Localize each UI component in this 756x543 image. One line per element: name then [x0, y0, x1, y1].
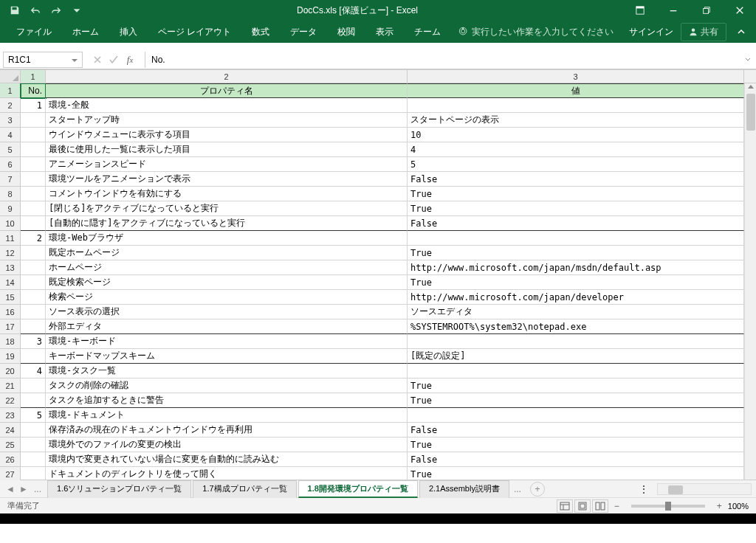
row-header[interactable]: 18: [0, 334, 21, 349]
row-header[interactable]: 1: [0, 83, 21, 98]
scroll-thumb[interactable]: [668, 485, 683, 494]
tab-view[interactable]: 表示: [365, 21, 404, 43]
cell[interactable]: ソース表示の選択: [46, 305, 408, 319]
cell[interactable]: http://www.microsoft.com/japan/developer: [408, 290, 744, 305]
tab-data[interactable]: データ: [280, 21, 327, 43]
row-header[interactable]: 5: [0, 142, 21, 157]
cell[interactable]: True: [408, 378, 744, 393]
cell[interactable]: プロパティ名: [46, 83, 408, 98]
row-header[interactable]: 16: [0, 305, 21, 319]
cell[interactable]: [408, 231, 744, 246]
row-header[interactable]: 19: [0, 349, 21, 364]
cell[interactable]: [21, 157, 46, 172]
undo-button[interactable]: [27, 1, 44, 19]
minimize-button[interactable]: [656, 0, 690, 21]
row-header[interactable]: 8: [0, 187, 21, 201]
row-header[interactable]: 3: [0, 113, 21, 128]
cell[interactable]: 最後に使用した一覧に表示した項目: [46, 142, 408, 157]
row-header[interactable]: 11: [0, 231, 21, 246]
cell[interactable]: 4: [408, 142, 744, 157]
row-header[interactable]: 23: [0, 408, 21, 423]
cell[interactable]: キーボードマップスキーム: [46, 349, 408, 364]
cell[interactable]: 外部エディタ: [46, 319, 408, 334]
row-header[interactable]: 7: [0, 172, 21, 187]
cell[interactable]: True: [408, 437, 744, 452]
cell[interactable]: 環境内で変更されていない場合に変更を自動的に読み込む: [46, 452, 408, 467]
cell[interactable]: True: [408, 467, 744, 480]
ribbon-display-options-button[interactable]: [623, 0, 656, 21]
cell[interactable]: [21, 142, 46, 157]
cell[interactable]: [21, 437, 46, 452]
sheet-tab[interactable]: 2.1Assembly説明書: [419, 480, 509, 498]
row-header[interactable]: 9: [0, 201, 21, 216]
cell[interactable]: コメントウインドウを有効にする: [46, 187, 408, 201]
tab-team[interactable]: チーム: [404, 21, 451, 43]
cell[interactable]: [21, 319, 46, 334]
new-sheet-button[interactable]: +: [530, 482, 545, 497]
cell[interactable]: 保存済みの現在のドキュメントウインドウを再利用: [46, 423, 408, 437]
cell[interactable]: [21, 246, 46, 260]
cancel-formula-icon[interactable]: [90, 52, 105, 67]
normal-view-button[interactable]: [557, 499, 573, 513]
vertical-scrollbar[interactable]: [744, 83, 756, 480]
cell[interactable]: [21, 349, 46, 364]
cell[interactable]: [既定の設定]: [408, 349, 744, 364]
page-break-view-button[interactable]: [592, 499, 608, 513]
cell[interactable]: [21, 275, 46, 290]
cell[interactable]: No.: [21, 83, 46, 98]
select-all-button[interactable]: [0, 70, 21, 83]
column-header[interactable]: 2: [46, 70, 408, 83]
page-layout-view-button[interactable]: [574, 499, 591, 513]
tab-formulas[interactable]: 数式: [241, 21, 280, 43]
cell[interactable]: True: [408, 275, 744, 290]
tab-file[interactable]: ファイル: [6, 21, 62, 43]
row-header[interactable]: 20: [0, 364, 21, 378]
cell[interactable]: [自動的に隠す]をアクティブになっていると実行: [46, 216, 408, 231]
redo-button[interactable]: [47, 1, 65, 19]
cell[interactable]: True: [408, 187, 744, 201]
row-header[interactable]: 6: [0, 157, 21, 172]
cell[interactable]: タスクを追加するときに警告: [46, 393, 408, 408]
cell[interactable]: False: [408, 216, 744, 231]
cell[interactable]: 2: [21, 231, 46, 246]
cell[interactable]: [408, 364, 744, 378]
fx-button[interactable]: fx: [123, 52, 137, 67]
row-header[interactable]: 22: [0, 393, 21, 408]
cell[interactable]: [21, 260, 46, 275]
cell[interactable]: スタートアップ時: [46, 113, 408, 128]
cell[interactable]: 3: [21, 334, 46, 349]
expand-formula-bar-icon[interactable]: [740, 56, 756, 63]
cell[interactable]: [21, 113, 46, 128]
tab-review[interactable]: 校閲: [327, 21, 365, 43]
row-header[interactable]: 26: [0, 452, 21, 467]
tab-insert[interactable]: 挿入: [109, 21, 148, 43]
cell[interactable]: [21, 452, 46, 467]
restore-button[interactable]: [690, 0, 723, 21]
cell[interactable]: 5: [408, 157, 744, 172]
tab-home[interactable]: ホーム: [62, 21, 109, 43]
cell[interactable]: True: [408, 201, 744, 216]
cell[interactable]: 検索ページ: [46, 290, 408, 305]
cell[interactable]: False: [408, 172, 744, 187]
row-header[interactable]: 21: [0, 378, 21, 393]
row-header[interactable]: 2: [0, 98, 21, 113]
zoom-in-button[interactable]: +: [717, 501, 722, 511]
formula-input[interactable]: No.: [145, 52, 740, 68]
cell[interactable]: 値: [408, 83, 744, 98]
sheet-tab[interactable]: 1.7構成プロパティ一覧: [193, 480, 296, 498]
cell[interactable]: 10: [408, 128, 744, 142]
cell[interactable]: ドキュメントのディレクトリを使って開く: [46, 467, 408, 480]
zoom-thumb[interactable]: [665, 502, 671, 511]
cell[interactable]: False: [408, 423, 744, 437]
cell[interactable]: [408, 334, 744, 349]
zoom-level[interactable]: 100%: [728, 502, 749, 511]
cell[interactable]: 環境-Webブラウザ: [46, 231, 408, 246]
cell[interactable]: 1: [21, 98, 46, 113]
cell[interactable]: 4: [21, 364, 46, 378]
cell[interactable]: 環境外でのファイルの変更の検出: [46, 437, 408, 452]
row-header[interactable]: 15: [0, 290, 21, 305]
cell[interactable]: アニメーションスピード: [46, 157, 408, 172]
save-button[interactable]: [6, 1, 24, 19]
cell[interactable]: True: [408, 246, 744, 260]
cell[interactable]: 既定ホームページ: [46, 246, 408, 260]
